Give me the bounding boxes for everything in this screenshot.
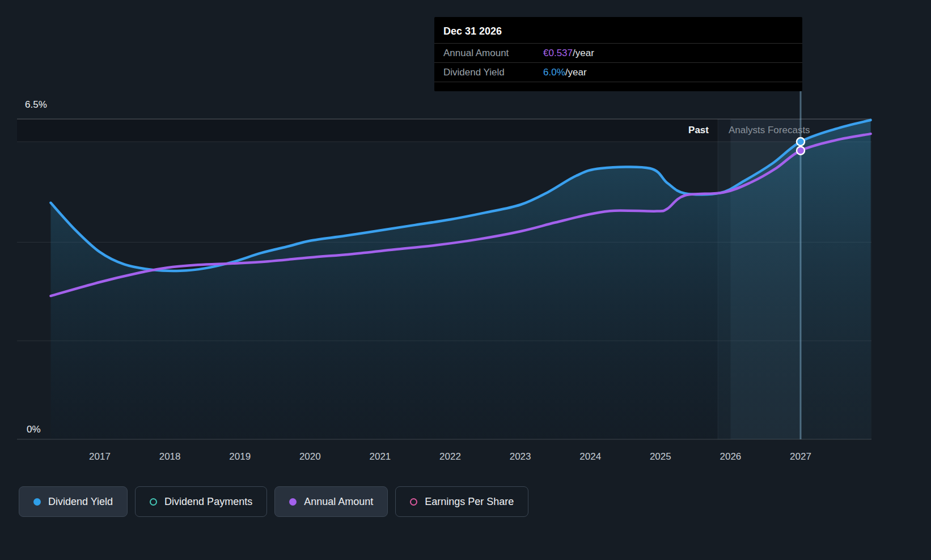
tooltip-row-dividend-yield: Dividend Yield 6.0% /year xyxy=(434,62,802,82)
legend-earnings-per-share-label: Earnings Per Share xyxy=(425,496,514,508)
legend-dividend-payments-button[interactable]: Dividend Payments xyxy=(135,486,267,517)
legend-dividend-yield-button[interactable]: Dividend Yield xyxy=(19,486,128,517)
tooltip-dividend-yield-value: 6.0% xyxy=(543,67,565,78)
x-axis-label-2017: 2017 xyxy=(89,451,111,463)
legend-annual-amount-button[interactable]: Annual Amount xyxy=(274,486,388,517)
legend-annual-amount-label: Annual Amount xyxy=(304,496,373,508)
x-axis-label-2019: 2019 xyxy=(229,451,251,463)
tooltip-annual-amount-value: €0.537 xyxy=(543,48,573,59)
tooltip-annual-amount-suffix: /year xyxy=(573,48,594,59)
x-axis: 2017201820192020202120222023202420252026… xyxy=(0,451,931,466)
earnings-per-share-ring-icon xyxy=(410,498,417,506)
x-axis-label-2025: 2025 xyxy=(650,451,671,463)
tooltip-dividend-yield-suffix: /year xyxy=(565,67,587,78)
tooltip-date: Dec 31 2026 xyxy=(434,17,802,43)
x-axis-label-2023: 2023 xyxy=(510,451,531,463)
analysts-forecasts-label: Analysts Forecasts xyxy=(729,125,810,136)
legend-earnings-per-share-button[interactable]: Earnings Per Share xyxy=(395,486,528,517)
x-axis-label-2027: 2027 xyxy=(790,451,811,463)
x-axis-label-2018: 2018 xyxy=(159,451,181,463)
tooltip-annual-amount-label: Annual Amount xyxy=(443,48,543,59)
dividend-chart-page: 6.5% 0% 20172018201920202021202220232024… xyxy=(0,0,931,560)
dividend-yield-dot-icon xyxy=(33,498,41,506)
tooltip-dividend-yield-label: Dividend Yield xyxy=(443,67,543,78)
past-label: Past xyxy=(635,125,709,136)
x-axis-label-2024: 2024 xyxy=(579,451,601,463)
y-axis-label-top: 6.5% xyxy=(25,99,47,111)
legend-dividend-payments-label: Dividend Payments xyxy=(164,496,252,508)
tooltip-row-annual-amount: Annual Amount €0.537 /year xyxy=(434,43,802,62)
chart-legend: Dividend Yield Dividend Payments Annual … xyxy=(19,486,528,517)
y-axis-label-bottom: 0% xyxy=(27,424,41,435)
x-axis-label-2026: 2026 xyxy=(720,451,741,463)
dividend-payments-ring-icon xyxy=(150,498,157,506)
x-axis-label-2021: 2021 xyxy=(369,451,391,463)
x-axis-label-2022: 2022 xyxy=(439,451,461,463)
x-axis-label-2020: 2020 xyxy=(299,451,321,463)
chart-tooltip: Dec 31 2026 Annual Amount €0.537 /year D… xyxy=(434,17,802,91)
legend-dividend-yield-label: Dividend Yield xyxy=(48,496,113,508)
annual-amount-dot-icon xyxy=(289,498,297,506)
